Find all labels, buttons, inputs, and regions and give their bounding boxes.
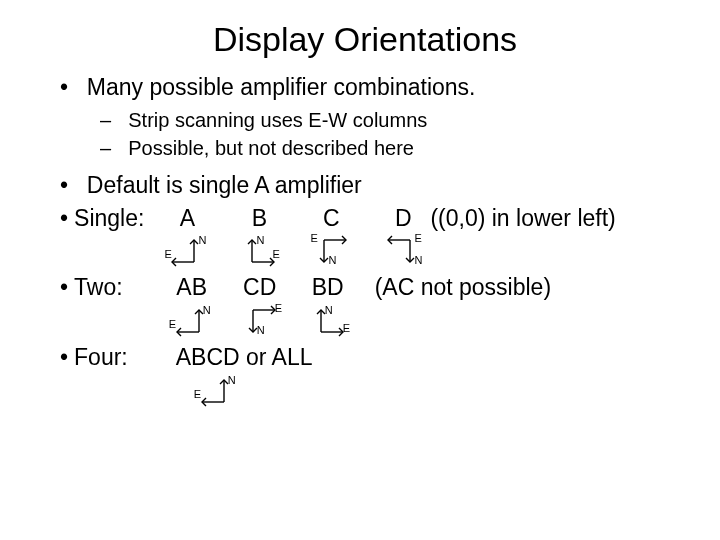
bullet-marker: – — [100, 137, 111, 159]
bullet-text: Possible, but not described here — [128, 137, 414, 159]
row-four: • Four: ABCD or ALL N E — [60, 344, 680, 408]
bullet-marker: • — [60, 74, 68, 100]
compass-a: N E — [166, 234, 208, 268]
single-note: ((0,0) in lower left) — [430, 205, 615, 233]
compass-b: N E — [238, 234, 280, 268]
amp-a-label: A — [180, 205, 195, 233]
bullet-text: Many possible amplifier combinations. — [87, 74, 476, 100]
compass-n: N — [228, 374, 236, 386]
amp-c: C E N — [310, 205, 352, 269]
compass-abcd: N E — [196, 374, 238, 408]
compass-e: E — [194, 388, 201, 400]
compass-e: E — [164, 248, 171, 260]
compass-e: E — [343, 322, 350, 334]
amp-abcd-label: ABCD or ALL — [176, 344, 313, 372]
amp-ab: AB N E — [171, 274, 213, 338]
compass-c: E N — [310, 234, 352, 268]
compass-e: E — [169, 318, 176, 330]
row-two: • Two: AB N E CD — [60, 274, 680, 338]
bullet-text: Default is single A amplifier — [87, 172, 362, 198]
amp-a: A N E — [166, 205, 208, 269]
amp-c-label: C — [323, 205, 340, 233]
amp-abcd: ABCD or ALL N E — [176, 344, 313, 408]
amp-cd-label: CD — [243, 274, 276, 302]
amp-b: B N E — [238, 205, 280, 269]
bullet-combinations: • Many possible amplifier combinations. — [60, 73, 680, 103]
compass-n: N — [203, 304, 211, 316]
compass-n: N — [198, 234, 206, 246]
compass-n: N — [328, 254, 336, 266]
compass-e: E — [272, 248, 279, 260]
slide: Display Orientations • Many possible amp… — [0, 0, 720, 432]
amp-cd: CD E N — [239, 274, 281, 338]
bullet-marker: • — [60, 172, 68, 198]
bullet-default: • Default is single A amplifier — [60, 171, 680, 201]
bullet-marker: • — [60, 344, 68, 371]
two-note: (AC not possible) — [375, 274, 551, 302]
row-single: • Single: A N E B — [60, 205, 680, 269]
bullet-marker: • — [60, 274, 68, 301]
compass-n: N — [256, 234, 264, 246]
compass-d: E N — [382, 234, 424, 268]
compass-bd: N E — [307, 304, 349, 338]
bullet-marker: • — [60, 205, 68, 232]
compass-e: E — [310, 232, 317, 244]
label-single: Single: — [74, 205, 144, 232]
amp-d-label: D — [395, 205, 412, 233]
compass-e: E — [275, 302, 282, 314]
compass-e: E — [414, 232, 421, 244]
compass-n: N — [257, 324, 265, 336]
compass-ab: N E — [171, 304, 213, 338]
amp-bd-label: BD — [312, 274, 344, 302]
amp-b-label: B — [252, 205, 267, 233]
bullet-text: Strip scanning uses E-W columns — [128, 109, 427, 131]
compass-cd: E N — [239, 304, 281, 338]
label-four: Four: — [74, 344, 128, 371]
bullet-possible: – Possible, but not described here — [100, 135, 680, 161]
bullet-marker: – — [100, 109, 111, 131]
slide-title: Display Orientations — [50, 20, 680, 59]
compass-n: N — [325, 304, 333, 316]
bullet-strip: – Strip scanning uses E-W columns — [100, 107, 680, 133]
amp-bd: BD N E — [307, 274, 349, 338]
compass-n: N — [414, 254, 422, 266]
amp-d: D E N — [382, 205, 424, 269]
label-two: Two: — [74, 274, 123, 301]
amp-ab-label: AB — [176, 274, 207, 302]
